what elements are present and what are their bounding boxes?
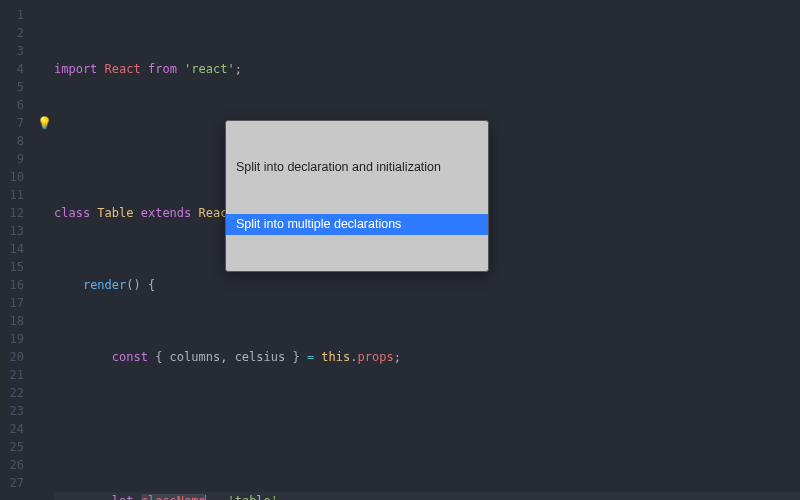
selection: className (141, 494, 206, 500)
lightbulb-icon[interactable]: 💡 (37, 116, 52, 130)
code-area[interactable]: import React from 'react'; class Table e… (54, 0, 800, 500)
line-number: 3 (0, 42, 24, 60)
line-number: 23 (0, 402, 24, 420)
keyword: from (148, 62, 177, 76)
line-number: 20 (0, 348, 24, 366)
punct: () { (126, 278, 155, 292)
line-number: 7 (0, 114, 24, 132)
class-name: Table (97, 206, 133, 220)
line-number: 2 (0, 24, 24, 42)
property: props (358, 350, 394, 364)
line-number: 16 (0, 276, 24, 294)
line-number: 12 (0, 204, 24, 222)
string: 'react' (184, 62, 235, 76)
keyword: const (112, 350, 148, 364)
line-number: 21 (0, 366, 24, 384)
line-number: 4 (0, 60, 24, 78)
method-name: render (83, 278, 126, 292)
this: this (321, 350, 350, 364)
keyword: class (54, 206, 90, 220)
punct: , (278, 494, 285, 500)
punct: ; (235, 62, 242, 76)
keyword: extends (141, 206, 192, 220)
destructure: { columns, celsius } (155, 350, 300, 364)
operator: = (307, 350, 314, 364)
line-number: 8 (0, 132, 24, 150)
line-number-gutter: 1234567891011121314151617181920212223242… (0, 0, 34, 500)
line-number: 24 (0, 420, 24, 438)
intention-split-multiple[interactable]: Split into multiple declarations (226, 214, 488, 235)
punct: ; (394, 350, 401, 364)
line-number: 14 (0, 240, 24, 258)
line-number: 10 (0, 168, 24, 186)
code-editor: 1234567891011121314151617181920212223242… (0, 0, 800, 500)
line-number: 5 (0, 78, 24, 96)
line-number: 26 (0, 456, 24, 474)
line-number: 27 (0, 474, 24, 492)
line-number: 1 (0, 6, 24, 24)
line-number: 15 (0, 258, 24, 276)
string: 'table' (227, 494, 278, 500)
line-number: 19 (0, 330, 24, 348)
keyword: let (112, 494, 134, 500)
keyword: import (54, 62, 97, 76)
gutter-icon-column: 💡 (34, 0, 54, 500)
intention-popup: Split into declaration and initializatio… (225, 120, 489, 272)
punct: . (350, 350, 357, 364)
intention-split-decl-init[interactable]: Split into declaration and initializatio… (226, 157, 488, 178)
line-number: 22 (0, 384, 24, 402)
line-number: 6 (0, 96, 24, 114)
identifier: React (105, 62, 141, 76)
text-caret (205, 495, 206, 501)
line-number: 9 (0, 150, 24, 168)
line-number: 11 (0, 186, 24, 204)
line-number: 25 (0, 438, 24, 456)
operator: = (213, 494, 220, 500)
line-number: 17 (0, 294, 24, 312)
line-number: 18 (0, 312, 24, 330)
line-number: 13 (0, 222, 24, 240)
